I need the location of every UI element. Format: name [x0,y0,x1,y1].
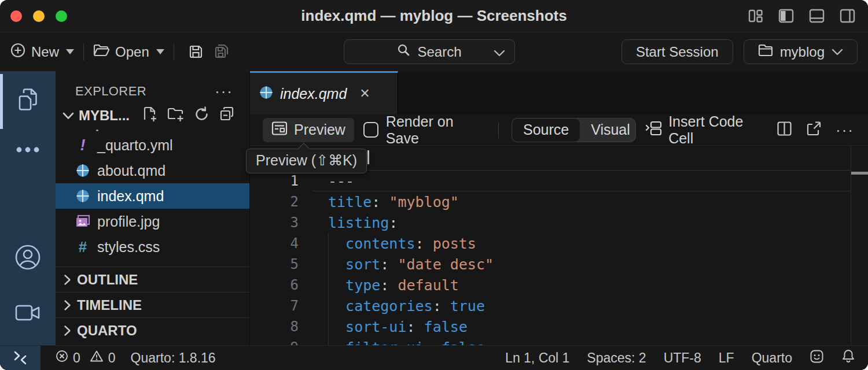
file-row-about-qmd[interactable]: about.qmd [56,158,249,183]
feedback-smiley-icon[interactable] [810,349,824,367]
plus-circle-icon [10,43,25,61]
close-window-button[interactable] [10,10,22,22]
traffic-lights [0,10,67,22]
css-icon: # [75,239,90,255]
quarto-icon [75,188,90,204]
folder-icon [758,43,773,61]
explorer-more-actions-icon[interactable]: ··· [215,88,233,94]
line-number: 9 [250,339,299,345]
chevron-right-icon [64,325,71,336]
open-in-new-window-icon[interactable] [806,121,822,139]
file-name: styles.css [97,239,160,256]
encoding-status[interactable]: UTF-8 [664,350,701,366]
chevron-down-icon [156,49,164,54]
project-selector-button[interactable]: myblog [744,39,858,64]
toolbar-separator [83,43,84,61]
sidebar-section-quarto[interactable]: QUARTO [56,317,249,343]
minimize-window-button[interactable] [33,10,45,22]
insert-code-cell-button[interactable]: Insert Code Cell [645,113,763,147]
scrolled-item-sliver [56,129,249,132]
project-label: myblog [780,44,825,60]
code-editor[interactable]: 1---2title: "myblog"3listing:4 contents:… [250,146,868,345]
split-editor-icon[interactable] [777,121,792,139]
quarto-file-icon [259,86,273,102]
tab-index-qmd[interactable]: index.qmd ✕ [250,71,398,114]
code-line-6: 6 type: default [250,275,868,295]
file-name: about.qmd [97,162,165,179]
file-row-profile-jpg[interactable]: profile.jpg [56,209,249,234]
save-button[interactable] [188,44,204,60]
file-row-index-qmd[interactable]: index.qmd [56,183,249,209]
toggle-right-sidebar-icon[interactable] [840,8,855,24]
code-line-5: 5 sort: "date desc" [250,254,868,275]
search-icon [397,43,410,60]
save-all-button[interactable] [213,43,230,60]
image-icon [75,213,90,230]
active-view-indicator [0,74,3,129]
mode-source-button[interactable]: Source [512,119,580,142]
overview-ruler-divider [851,146,851,345]
warning-count: 0 [108,350,116,366]
insert-code-cell-icon [645,120,663,140]
file-row-styles-css[interactable]: #styles.css [56,234,249,260]
mode-visual-button[interactable]: Visual [580,119,636,142]
tab-strip: index.qmd ✕ [250,71,868,114]
file-row--quarto-yml[interactable]: !_quarto.yml [56,132,249,158]
chevron-down-icon [832,49,843,56]
quarto-version-status[interactable]: Quarto: 1.8.16 [131,350,216,366]
workspace-section-header[interactable]: MYBL... [56,102,249,129]
render-on-save-toggle[interactable]: Render on Save [363,113,486,147]
file-list: !_quarto.ymlabout.qmdindex.qmdprofile.jp… [56,132,249,260]
code-line-9: 9 filter-ui: false [250,337,868,345]
search-input[interactable]: Search [344,39,515,64]
line-number: 2 [250,194,299,210]
new-button[interactable]: New [10,43,74,61]
line-number: 8 [250,319,299,335]
problems-status[interactable]: 0 0 [56,350,116,366]
line-number: 4 [250,235,299,251]
editor-more-actions-icon[interactable]: ··· [836,127,854,133]
insert-code-cell-label: Insert Code Cell [668,113,763,147]
new-file-icon[interactable] [142,106,158,125]
code-line-4: 4 contents: posts [250,233,868,254]
chevron-down-icon [66,49,74,54]
start-session-button[interactable]: Start Session [621,39,733,64]
language-mode-status[interactable]: Quarto [752,350,792,366]
refresh-icon[interactable] [194,106,209,125]
sidebar-section-timeline[interactable]: TIMELINE [56,292,249,317]
remote-indicator[interactable] [0,346,41,370]
editor-mode-toggle: Source Visual [512,118,636,142]
cursor-position-status[interactable]: Ln 1, Col 1 [505,350,569,366]
new-button-label: New [31,44,59,60]
open-button[interactable]: Open [93,43,164,61]
eol-status[interactable]: LF [719,350,734,366]
status-bar: 0 0 Quarto: 1.8.16 Ln 1, Col 1 Spaces: 2… [0,345,868,370]
chevron-down-icon [62,112,74,120]
explorer-icon[interactable] [14,86,41,115]
checkbox-icon [363,122,378,138]
file-name: _quarto.yml [97,137,173,154]
preview-button[interactable]: Preview [263,118,354,142]
collapse-all-icon[interactable] [219,106,235,125]
account-icon[interactable] [14,243,42,273]
top-toolbar: New Open Search [0,32,868,71]
text-cursor [367,150,369,164]
new-folder-icon[interactable] [167,106,185,125]
yaml-icon: ! [75,137,90,153]
tab-label: index.qmd [280,86,347,102]
indentation-status[interactable]: Spaces: 2 [587,350,646,366]
actionbar-separator [498,122,499,138]
maximize-window-button[interactable] [56,10,67,22]
toggle-left-sidebar-icon[interactable] [778,8,794,24]
video-camera-icon[interactable] [15,304,41,324]
sidebar-section-outline[interactable]: OUTLINE [56,267,249,292]
toggle-bottom-panel-icon[interactable] [809,8,825,24]
editor-group: index.qmd ✕ Preview Render on Save S [250,71,868,345]
code-line-3: 3listing: [250,212,868,233]
file-name: index.qmd [97,188,164,205]
close-tab-icon[interactable]: ✕ [359,86,370,101]
workspace-section-label: MYBL... [79,108,130,124]
customize-layout-icon[interactable] [748,8,763,24]
more-views-icon[interactable] [15,145,41,156]
notifications-bell-icon[interactable] [841,349,855,367]
